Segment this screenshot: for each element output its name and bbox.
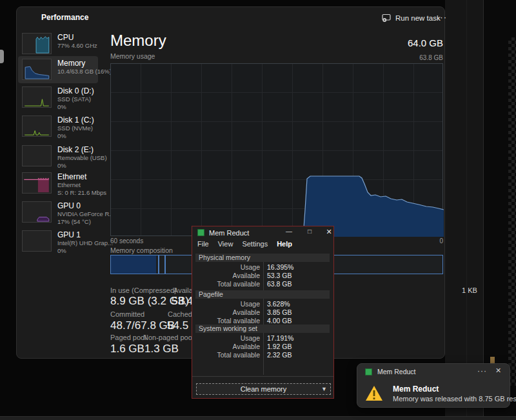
memreduct-icon [365,368,372,375]
warning-icon [365,385,383,405]
sidebar-item-disk1[interactable]: Disk 1 (C:) SSD (NVMe) 0% [22,115,106,140]
sidebar-item-sub: NVIDIA GeForce R... [57,210,114,218]
ethernet-minigraph [22,172,52,194]
toast-app-name: Mem Reduct [377,368,416,375]
memreduct-icon [197,229,204,236]
desktop-checker-texture [508,37,516,386]
minimize-icon[interactable]: — [284,228,294,235]
composition-divider [158,255,159,274]
stat-label: Paged pool [110,334,146,341]
sidebar-item-sub: 77% 4.60 GHz [57,42,97,50]
memreduct-titlebar[interactable]: Mem Reduct — □ ✕ [192,226,333,239]
sidebar-item-gpu0[interactable]: GPU 0 NVIDIA GeForce R... 17% (54 °C) [22,201,106,226]
sidebar-item-label: Ethernet [57,172,106,181]
sidebar-item-memory[interactable]: Memory 10.4/63.8 GB (16%) [22,59,106,80]
close-icon[interactable]: ✕ [495,366,501,375]
memory-minigraph [22,59,52,80]
row-value: 17.191% [267,334,293,342]
memreduct-window: Mem Reduct — □ ✕ File View Settings Help… [192,226,334,399]
menu-settings[interactable]: Settings [242,240,268,250]
maximize-icon[interactable]: □ [304,228,315,235]
sidebar-item-sub: SSD (SATA) [57,95,94,103]
chart-x-left: 60 seconds [110,237,143,245]
stat-value: 48.7/67.8 GB [110,319,175,332]
row-label: Available [195,343,260,350]
sidebar-item-sub: SSD (NVMe) [57,125,94,132]
memory-pane-title: Memory [110,32,166,50]
clean-memory-button[interactable]: Clean memory ▼ [196,383,331,395]
group-header-physical: Physical memory [195,254,330,262]
sidebar-item-disk0[interactable]: Disk 0 (D:) SSD (SATA) 0% [22,86,106,111]
row-label: Usage [195,300,260,308]
sidebar-item-label: GPU 1 [57,230,113,239]
row-label: Usage [195,263,260,271]
row-label: Total available [195,317,260,325]
stat-label: Cached [168,310,192,318]
disk0-minigraph [22,86,52,108]
stat-value: 1.6 GB [110,343,144,355]
page-title: Performance [41,13,88,22]
sidebar-item-sub2: 0% [57,132,94,140]
sidebar-item-ethernet[interactable]: Ethernet Ethernet S: 0 R: 21.6 Mbps [22,172,106,197]
toast-message: Memory was released with 8.75 GB result. [393,395,516,403]
menu-file[interactable]: File [197,240,209,250]
row-label: Available [195,272,260,279]
taskbar[interactable] [0,416,516,420]
row-label: Total available [195,280,260,288]
stat-value: 53.4 [172,295,193,308]
group-header-working-set: System working set [195,325,330,333]
memreduct-menubar: File View Settings Help [192,240,333,250]
memory-usage-chart [110,63,443,236]
stat-label: In use (Compressed) [110,286,177,294]
menu-view[interactable]: View [218,240,233,250]
sidebar-item-label: CPU [57,33,97,42]
sidebar-item-sub2: 0% [57,162,107,170]
sidebar-item-sub2: 0% [57,103,94,111]
composition-in-use-segment [111,255,156,274]
desktop-right-panel [445,0,484,416]
memory-total: 64.0 GB [314,37,443,48]
close-icon[interactable]: ✕ [324,228,334,236]
row-value: 3.628% [267,300,290,308]
row-value: 4.00 GB [267,317,292,325]
disk1-minigraph [22,115,52,137]
sidebar-item-label: Disk 1 (C:) [57,115,94,125]
sidebar-item-gpu1[interactable]: GPU 1 Intel(R) UHD Grap... 0% [22,230,106,255]
row-label: Total available [195,351,260,359]
edge-widget-handle[interactable] [0,50,4,63]
row-value: 1.92 GB [267,343,292,350]
more-icon[interactable]: ··· [477,366,487,375]
column-divider [263,254,264,375]
sidebar-item-sub2: 17% (54 °C) [57,218,114,226]
sidebar-item-sub: 10.4/63.8 GB (16%) [57,68,112,75]
sidebar-item-label: Disk 0 (D:) [57,86,94,95]
disk2-minigraph [22,145,52,166]
clean-memory-label: Clean memory [241,385,287,393]
memreduct-title: Mem Reduct [209,229,249,237]
composition-divider [164,255,166,274]
stat-label: Committed [110,310,144,318]
memory-usage-label: Memory usage [110,52,155,60]
sidebar-item-label: Disk 2 (E:) [57,145,107,154]
row-value: 2.32 GB [267,351,292,359]
row-value: 3.85 GB [267,308,292,316]
sidebar-item-sub: Removable (USB) [57,154,107,162]
group-header-pagefile: Pagefile [195,290,330,299]
desktop-divider [466,0,467,416]
sidebar-item-cpu[interactable]: CPU 77% 4.60 GHz [22,33,106,54]
more-icon[interactable]: ··· [433,11,451,23]
notification-toast[interactable]: Mem Reduct ··· ✕ Mem Reduct Memory was r… [357,363,510,408]
row-label: Usage [195,334,260,342]
stat-value: 1.3 GB [144,343,179,355]
row-label: Available [195,308,260,316]
sidebar-item-label: Memory [57,59,112,68]
gpu1-minigraph [22,230,52,252]
row-value: 53.3 GB [267,272,292,279]
menu-help[interactable]: Help [277,240,292,250]
caret-down-icon[interactable]: ▼ [321,384,327,394]
sidebar-item-disk2[interactable]: Disk 2 (E:) Removable (USB) 0% [22,145,106,170]
toast-header: Mem Reduct ··· ✕ [357,364,510,379]
row-value: 63.8 GB [267,280,292,288]
sidebar-item-label: GPU 0 [57,201,114,210]
sidebar-item-sub: Intel(R) UHD Grap... [57,239,113,247]
